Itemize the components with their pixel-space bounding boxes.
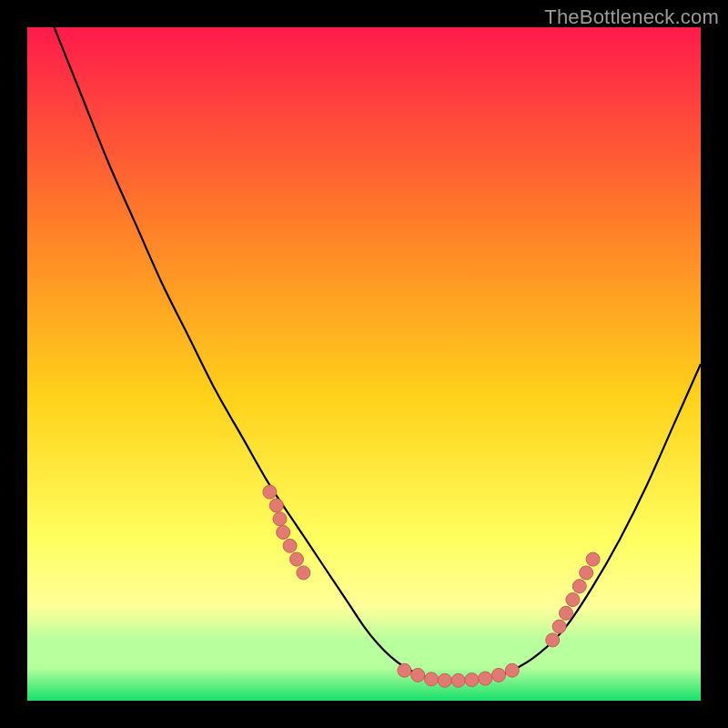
plot-area [27,27,701,701]
marker-dot [277,526,290,540]
marker-dot [411,668,425,682]
marker-dot [586,552,600,566]
marker-dot [283,539,297,552]
gradient-background [27,27,701,701]
marker-dot [269,499,283,512]
marker-dot [451,673,465,687]
marker-dot [560,606,573,620]
bottleneck-chart [27,27,701,701]
marker-dot [297,566,310,580]
marker-dot [492,668,506,682]
marker-dot [479,672,492,685]
marker-dot [580,566,593,580]
marker-dot [398,663,411,677]
marker-dot [505,663,519,677]
watermark-text: TheBottleneck.com [544,5,719,29]
marker-dot [546,633,560,647]
marker-dot [273,512,287,526]
marker-dot [425,672,439,686]
marker-dot [566,593,580,607]
marker-dot [438,673,451,687]
marker-dot [465,673,479,687]
marker-dot [572,580,586,593]
marker-dot [263,485,277,499]
marker-dot [552,620,566,633]
marker-dot [290,552,304,566]
